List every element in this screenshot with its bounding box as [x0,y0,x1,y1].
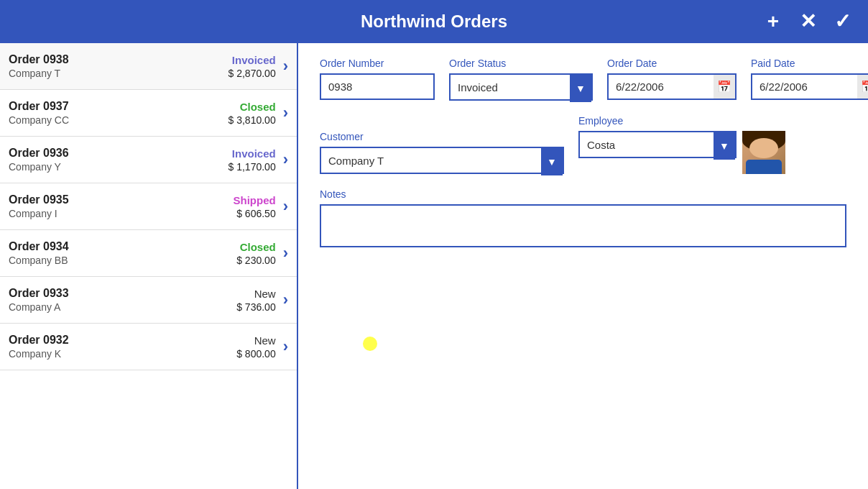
order-status-select[interactable]: Invoiced ▼ [449,73,593,101]
order-number: Order 0935 [9,193,234,206]
paid-date-wrapper: 📅 [751,73,868,100]
paid-date-calendar-icon[interactable]: 📅 [857,73,868,100]
order-amount: $ 606.50 [234,208,276,219]
order-company: Company Y [9,161,228,173]
cursor-indicator [363,337,377,351]
paid-date-group: Paid Date 📅 [751,58,868,101]
header: Northwind Orders + ✕ ✓ [0,0,868,43]
customer-value: Company T [328,155,555,167]
form-row-1: Order Number Order Status Invoiced ▼ Ord… [320,58,846,101]
customer-group: Customer Company T ▼ [320,131,564,174]
order-status-group: Order Status Invoiced ▼ [449,58,593,101]
chevron-right-icon[interactable]: › [283,244,288,262]
order-status-value: Invoiced [458,81,584,93]
order-date-wrapper: 📅 [607,73,737,100]
order-status: Shipped [234,194,276,206]
order-company: Company I [9,208,234,219]
order-date-group: Order Date 📅 [607,58,737,101]
customer-label: Customer [320,131,564,142]
order-item[interactable]: Order 0938 Company T Invoiced $ 2,870.00… [0,43,297,90]
order-status: Closed [236,241,276,253]
employee-value: Costa [587,139,728,151]
order-item[interactable]: Order 0936 Company Y Invoiced $ 1,170.00… [0,137,297,183]
order-info: Order 0937 Company CC [9,100,228,126]
order-info: Order 0936 Company Y [9,147,228,173]
order-right: Invoiced $ 1,170.00 [228,147,276,173]
paid-date-label: Paid Date [751,58,868,69]
order-right: Invoiced $ 2,870.00 [228,54,276,79]
chevron-right-icon[interactable]: › [283,57,288,76]
employee-group: Employee Costa ▼ [578,115,785,174]
chevron-right-icon[interactable]: › [283,291,288,309]
confirm-button[interactable]: ✓ [828,7,857,36]
order-right: New $ 800.00 [236,334,276,360]
order-info: Order 0932 Company K [9,334,236,360]
chevron-right-icon[interactable]: › [283,104,288,122]
order-status-label: Order Status [449,58,593,69]
order-item[interactable]: Order 0933 Company A New $ 736.00 › [0,277,297,324]
order-info: Order 0934 Company BB [9,240,236,266]
order-amount: $ 3,810.00 [228,114,276,126]
employee-photo [742,131,785,174]
order-item[interactable]: Order 0937 Company CC Closed $ 3,810.00 … [0,90,297,137]
app-title: Northwind Orders [361,12,507,32]
notes-input[interactable] [320,204,846,247]
chevron-right-icon[interactable]: › [283,197,288,216]
detail-panel: Order Number Order Status Invoiced ▼ Ord… [298,43,868,489]
notes-group: Notes [320,188,846,250]
order-company: Company BB [9,255,236,266]
main-content: Order 0938 Company T Invoiced $ 2,870.00… [0,43,868,489]
order-number-input[interactable] [320,73,435,100]
order-amount: $ 1,170.00 [228,161,276,173]
order-status: Invoiced [228,54,276,66]
order-amount: $ 230.00 [236,255,276,266]
order-right: New $ 736.00 [236,288,276,313]
add-button[interactable]: + [759,7,788,36]
notes-label: Notes [320,188,846,200]
chevron-right-icon[interactable]: › [283,337,288,356]
form-row-2: Customer Company T ▼ Employee Costa ▼ [320,115,846,174]
paid-date-input[interactable] [751,73,868,100]
order-info: Order 0935 Company I [9,193,234,219]
order-number: Order 0937 [9,100,228,113]
order-status-arrow[interactable]: ▼ [570,75,591,102]
order-item[interactable]: Order 0934 Company BB Closed $ 230.00 › [0,230,297,277]
order-number: Order 0932 [9,334,236,347]
order-number-label: Order Number [320,58,435,69]
order-right: Closed $ 3,810.00 [228,101,276,126]
customer-select[interactable]: Company T ▼ [320,147,564,174]
employee-select[interactable]: Costa ▼ [578,131,737,158]
order-company: Company CC [9,114,228,126]
order-company: Company T [9,68,228,79]
order-date-label: Order Date [607,58,737,69]
order-item[interactable]: Order 0935 Company I Shipped $ 606.50 › [0,183,297,230]
order-status: New [236,288,276,300]
order-info: Order 0933 Company A [9,287,236,313]
customer-arrow[interactable]: ▼ [541,148,563,175]
close-button[interactable]: ✕ [793,7,822,36]
chevron-right-icon[interactable]: › [283,150,288,169]
order-status: Closed [228,101,276,113]
order-number: Order 0934 [9,240,236,253]
order-company: Company A [9,301,236,313]
order-number-group: Order Number [320,58,435,101]
order-status: Invoiced [228,147,276,160]
order-company: Company K [9,348,236,360]
order-number: Order 0933 [9,287,236,300]
order-status: New [236,334,276,347]
order-date-calendar-icon[interactable]: 📅 [714,73,737,100]
employee-arrow[interactable]: ▼ [714,132,735,160]
order-item[interactable]: Order 0932 Company K New $ 800.00 › [0,324,297,370]
order-number: Order 0936 [9,147,228,160]
order-right: Closed $ 230.00 [236,241,276,266]
header-actions: + ✕ ✓ [759,7,857,36]
order-number: Order 0938 [9,53,228,66]
order-right: Shipped $ 606.50 [234,194,276,219]
order-amount: $ 800.00 [236,348,276,360]
employee-label: Employee [578,115,785,127]
app-container: Northwind Orders + ✕ ✓ Order 0938 Compan… [0,0,868,489]
order-info: Order 0938 Company T [9,53,228,79]
order-amount: $ 2,870.00 [228,68,276,79]
order-amount: $ 736.00 [236,301,276,313]
orders-list[interactable]: Order 0938 Company T Invoiced $ 2,870.00… [0,43,298,489]
